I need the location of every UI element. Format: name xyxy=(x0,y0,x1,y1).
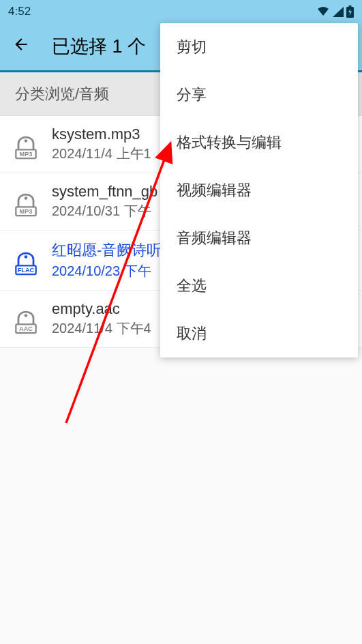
wifi-icon xyxy=(316,6,330,17)
category-label: 分类浏览/音频 xyxy=(15,84,109,104)
svg-rect-1 xyxy=(349,5,352,8)
menu-item[interactable]: 音频编辑器 xyxy=(160,214,358,262)
audio-file-icon: FLAC xyxy=(11,246,41,276)
menu-item[interactable]: 格式转换与编辑 xyxy=(160,119,358,166)
svg-text:FLAC: FLAC xyxy=(18,267,35,274)
back-icon[interactable] xyxy=(12,35,30,58)
header-title: 已选择 1 个 xyxy=(52,34,146,59)
svg-point-2 xyxy=(25,139,28,143)
signal-icon xyxy=(332,6,344,17)
audio-file-icon: MP3 xyxy=(11,187,41,217)
audio-file-icon: MP3 xyxy=(11,130,41,160)
status-time: 4:52 xyxy=(8,5,31,18)
menu-item[interactable]: 全选 xyxy=(160,262,358,310)
status-icons xyxy=(316,5,354,18)
svg-point-5 xyxy=(25,196,28,200)
svg-text:MP3: MP3 xyxy=(20,151,33,158)
svg-text:MP3: MP3 xyxy=(20,208,33,215)
menu-item[interactable]: 取消 xyxy=(160,310,358,357)
svg-point-8 xyxy=(25,255,28,259)
battery-icon xyxy=(346,5,354,18)
menu-item[interactable]: 视频编辑器 xyxy=(160,166,358,214)
svg-point-11 xyxy=(25,314,28,317)
menu-item[interactable]: 分享 xyxy=(160,71,358,119)
svg-text:AAC: AAC xyxy=(19,325,33,332)
status-bar: 4:52 xyxy=(0,0,362,23)
popup-menu: 剪切分享格式转换与编辑视频编辑器音频编辑器全选取消 xyxy=(160,23,358,357)
menu-item[interactable]: 剪切 xyxy=(160,23,358,71)
audio-file-icon: AAC xyxy=(11,304,41,334)
